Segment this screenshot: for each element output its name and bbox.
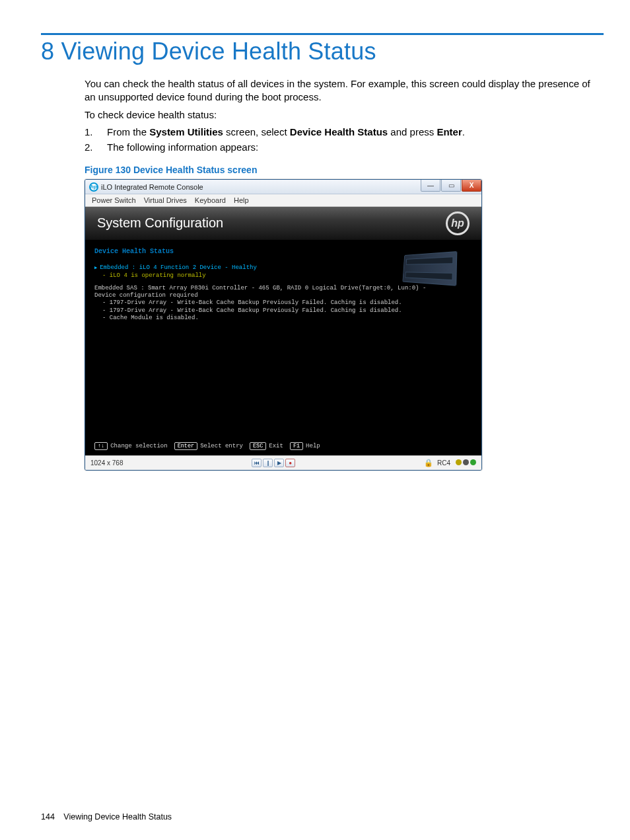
step1-bold-3: Enter [437, 126, 462, 137]
accent-rule [41, 33, 604, 35]
console-header-bar: System Configuration hp [85, 207, 481, 240]
hint-label: Help [306, 443, 320, 449]
key-hints-bar: ↑↓ Change selection Enter Select entry E… [94, 442, 320, 450]
device-detail-line: - 1797-Drive Array - Write-Back Cache Ba… [94, 299, 472, 307]
step1-text-pre: From the [107, 126, 149, 137]
step1-bold-2: Device Health Status [290, 126, 388, 137]
minimize-button[interactable]: — [421, 180, 440, 192]
led-grey-icon [463, 459, 469, 465]
playback-controls: ⏮ ‖ ▶ ● [252, 459, 295, 467]
led-green-icon [470, 459, 476, 465]
step1-bold-1: System Utilities [149, 126, 223, 137]
footer-section-title: Viewing Device Health Status [63, 812, 172, 821]
page-footer: 144 Viewing Device Health Status [41, 812, 172, 821]
pause-button[interactable]: ‖ [263, 459, 273, 467]
selected-device-entry[interactable]: Embedded : iLO 4 Function 2 Device - Hea… [94, 264, 472, 272]
status-leds [454, 459, 476, 467]
lead-in: To check device health status: [85, 108, 597, 122]
menu-power-switch[interactable]: Power Switch [92, 196, 136, 204]
hint-change-selection: ↑↓ Change selection [94, 442, 168, 450]
maximize-button[interactable]: ▭ [441, 180, 461, 192]
step-1: 1. From the System Utilities screen, sel… [85, 126, 597, 139]
device-detail-line: - iLO 4 is operating normally [94, 272, 472, 280]
device-entry-sub: Device configuration required [94, 292, 472, 299]
chapter-title: 8 Viewing Device Health Status [41, 38, 604, 65]
status-bar: 1024 x 768 ⏮ ‖ ▶ ● 🔒 RC4 [85, 455, 481, 470]
step1-text-mid2: and press [388, 126, 437, 137]
key-f1: F1 [290, 442, 303, 450]
hint-help: F1 Help [290, 442, 320, 450]
window-title: iLO Integrated Remote Console [101, 183, 203, 191]
figure-caption: Figure 130 Device Health Status screen [85, 165, 597, 175]
steps-list: 1. From the System Utilities screen, sel… [85, 126, 597, 155]
encryption-label: RC4 [437, 459, 450, 467]
ilo-remote-console-window: hp iLO Integrated Remote Console — ▭ X P… [85, 179, 482, 471]
system-configuration-title: System Configuration [97, 215, 223, 231]
hint-label: Select entry [200, 443, 243, 449]
key-enter: Enter [174, 442, 198, 450]
key-esc: ESC [250, 442, 266, 450]
device-health-status-heading: Device Health Status [85, 240, 481, 255]
step-number: 2. [85, 141, 93, 154]
hint-label: Exit [269, 443, 283, 449]
hp-logo-icon: hp [446, 211, 470, 235]
key-up-down: ↑↓ [94, 442, 108, 450]
hint-exit: ESC Exit [250, 442, 283, 450]
window-control-group: — ▭ X [420, 180, 481, 193]
device-detail-line: - 1797-Drive Array - Write-Back Cache Ba… [94, 307, 472, 315]
close-button[interactable]: X [462, 180, 481, 192]
step1-text-post: . [462, 126, 465, 137]
hint-select-entry: Enter Select entry [174, 442, 243, 450]
resolution-label: 1024 x 768 [90, 459, 123, 467]
menu-virtual-drives[interactable]: Virtual Drives [144, 196, 187, 204]
remote-console-viewport: System Configuration hp Device Health St… [85, 207, 481, 455]
rewind-button[interactable]: ⏮ [252, 459, 262, 467]
play-button[interactable]: ▶ [274, 459, 284, 467]
led-amber-icon [456, 459, 462, 465]
menu-keyboard[interactable]: Keyboard [195, 196, 226, 204]
lock-icon: 🔒 [424, 459, 433, 467]
menu-bar: Power Switch Virtual Drives Keyboard Hel… [85, 194, 481, 207]
window-titlebar[interactable]: hp iLO Integrated Remote Console — ▭ X [85, 180, 481, 194]
step2-text: The following information appears: [107, 141, 258, 153]
record-button[interactable]: ● [285, 459, 295, 467]
menu-help[interactable]: Help [234, 196, 249, 204]
step-number: 1. [85, 126, 93, 139]
hp-icon: hp [89, 182, 98, 192]
page-number: 144 [41, 812, 55, 821]
intro-paragraph: You can check the health status of all d… [85, 77, 597, 104]
device-detail-line: - Cache Module is disabled. [94, 315, 472, 322]
device-entry[interactable]: Embedded SAS : Smart Array P830i Control… [94, 285, 472, 292]
step1-text-mid1: screen, select [223, 126, 290, 137]
hint-label: Change selection [110, 443, 167, 449]
device-health-listing: Embedded : iLO 4 Function 2 Device - Hea… [85, 255, 481, 322]
status-right-group: 🔒 RC4 [424, 459, 476, 467]
step-2: 2. The following information appears: [85, 141, 597, 154]
